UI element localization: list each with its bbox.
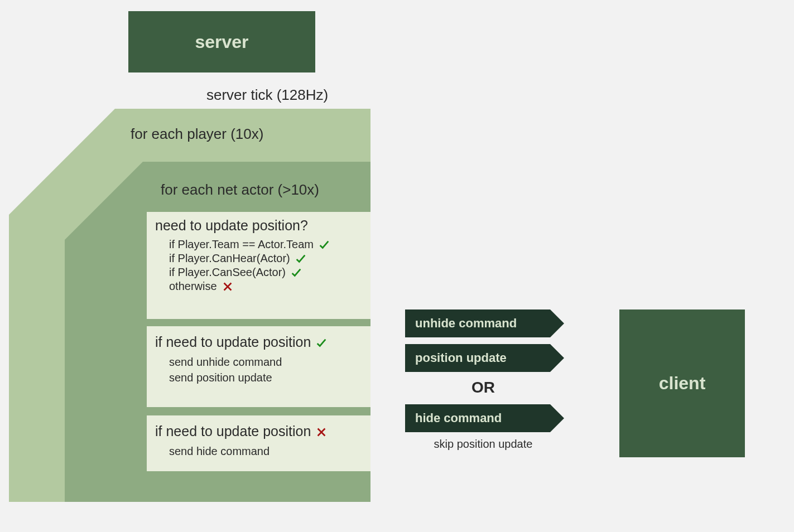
condition-hear: if Player.CanHear(Actor): [169, 252, 362, 265]
server-box: server: [128, 11, 315, 72]
arrow-hide: hide command: [405, 404, 550, 432]
condition-see-text: if Player.CanSee(Actor): [169, 266, 286, 279]
checkmark-icon: [295, 253, 307, 265]
arrow-hide-label: hide command: [415, 411, 502, 425]
condition-see: if Player.CanSee(Actor): [169, 266, 362, 279]
skip-label: skip position update: [405, 438, 561, 451]
truthy-box: if need to update position send unhide c…: [147, 326, 370, 407]
or-label: OR: [405, 379, 561, 396]
condition-otherwise: otherwise: [169, 280, 362, 293]
client-label: client: [659, 373, 706, 394]
checkmark-icon: [318, 239, 330, 251]
checkmark-icon: [315, 336, 328, 349]
server-tick-label: server tick (128Hz): [206, 86, 328, 104]
condition-team: if Player.Team == Actor.Team: [169, 238, 362, 251]
action-unhide: send unhide command: [169, 356, 362, 369]
falsy-title: if need to update position: [155, 423, 311, 439]
decision-title: need to update position?: [155, 217, 362, 234]
condition-team-text: if Player.Team == Actor.Team: [169, 238, 314, 251]
condition-otherwise-text: otherwise: [169, 280, 217, 293]
inner-loop-label: for each net actor (>10x): [161, 181, 319, 199]
falsy-title-row: if need to update position: [155, 423, 362, 439]
server-label: server: [195, 32, 248, 52]
arrow-group: unhide command position update OR hide c…: [405, 309, 561, 451]
cross-icon: [222, 280, 234, 293]
truthy-title-row: if need to update position: [155, 334, 362, 350]
falsy-box: if need to update position send hide com…: [147, 415, 370, 471]
action-position: send position update: [169, 371, 362, 384]
client-box: client: [619, 309, 745, 457]
condition-hear-text: if Player.CanHear(Actor): [169, 252, 290, 265]
outer-loop-label: for each player (10x): [131, 125, 263, 143]
cross-icon: [315, 425, 328, 438]
decision-box: need to update position? if Player.Team …: [147, 212, 370, 319]
arrow-unhide-label: unhide command: [415, 316, 517, 331]
inner-loop-block: for each net actor (>10x) need to update…: [65, 162, 370, 502]
arrow-position-label: position update: [415, 351, 507, 365]
arrow-unhide: unhide command: [405, 309, 550, 337]
outer-loop-block: for each player (10x) for each net actor…: [9, 109, 370, 502]
truthy-title: if need to update position: [155, 334, 311, 350]
action-hide: send hide command: [169, 445, 362, 458]
checkmark-icon: [290, 267, 302, 279]
arrow-position: position update: [405, 344, 550, 372]
